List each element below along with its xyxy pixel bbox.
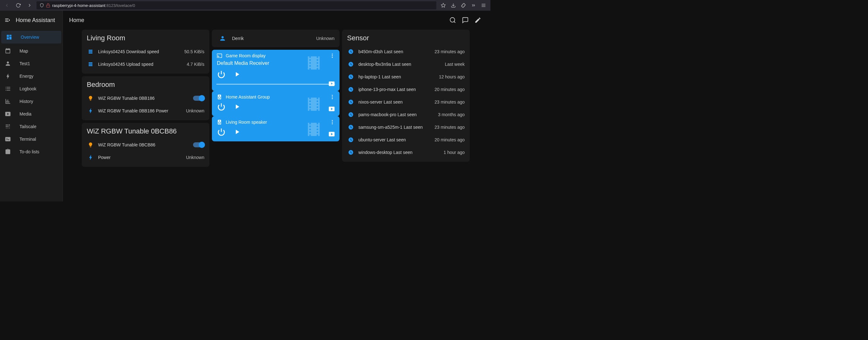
download-button[interactable] <box>449 1 458 10</box>
back-button[interactable] <box>2 1 11 10</box>
sidebar-item-label: History <box>20 99 33 104</box>
flash-icon <box>87 154 94 161</box>
bulb-icon <box>87 95 94 101</box>
sensor-row[interactable]: nixos-server Last seen23 minutes ago <box>347 96 465 108</box>
flash-icon <box>4 73 11 79</box>
sidebar-item-tailscale[interactable]: Tailscale <box>0 120 63 133</box>
power-button[interactable] <box>216 69 226 79</box>
sensor-row[interactable]: iphone-13-pro-max Last seen20 minutes ag… <box>347 83 465 96</box>
entity-value: Unknown <box>186 155 204 160</box>
card-title: Living Room <box>87 34 204 42</box>
sidebar-item-label: Map <box>20 49 28 54</box>
sidebar-item-label: Logbook <box>20 86 36 91</box>
sidebar-item-to-do-lists[interactable]: To-do lists <box>0 145 63 158</box>
sidebar-item-test1[interactable]: Test1 <box>0 57 63 70</box>
person-card[interactable]: Derrik Unknown <box>212 30 340 47</box>
sensor-row[interactable]: windows-desktop Last seen1 hour ago <box>347 146 465 159</box>
card-title: Sensor <box>347 34 465 42</box>
power-button[interactable] <box>216 127 226 137</box>
sensor-label: nixos-server Last seen <box>359 100 431 105</box>
clock-icon <box>347 49 354 54</box>
clock-icon <box>347 137 354 143</box>
person-icon <box>4 60 11 67</box>
entity-row[interactable]: WiZ RGBW Tunable 0BCB86 <box>87 139 204 151</box>
sensor-label: ubuntu-server Last seen <box>359 137 431 142</box>
assist-button[interactable] <box>459 14 471 26</box>
toggle-switch[interactable] <box>193 142 204 147</box>
chart-icon <box>4 98 11 105</box>
media-menu-button[interactable] <box>330 53 335 59</box>
media-browse-button[interactable] <box>328 131 335 138</box>
sidebar: Home Assistant OverviewMapTest1EnergyLog… <box>0 11 63 201</box>
entity-row[interactable]: PowerUnknown <box>87 151 204 164</box>
play-button[interactable] <box>232 69 242 79</box>
sensor-value: 23 minutes ago <box>434 100 465 105</box>
bulb-icon <box>87 142 94 148</box>
sensor-value: Last week <box>445 62 465 67</box>
sensor-label: windows-desktop Last seen <box>359 150 440 155</box>
sidebar-item-overview[interactable]: Overview <box>1 31 61 44</box>
person-icon <box>217 33 228 44</box>
url-text: raspberrypi-4-home-assistant:8123/lovela… <box>52 3 135 8</box>
server-icon <box>87 49 94 54</box>
play-button[interactable] <box>232 102 242 112</box>
media-browse-button[interactable] <box>328 80 335 87</box>
sensor-row[interactable]: samsung-sm-a525m-1 Last seen23 minutes a… <box>347 121 465 134</box>
forward-button[interactable] <box>25 1 34 10</box>
sensor-label: hp-laptop-1 Last seen <box>359 74 435 79</box>
url-bar[interactable]: raspberrypi-4-home-assistant:8123/lovela… <box>36 1 436 9</box>
sensor-row[interactable]: hp-laptop-1 Last seen12 hours ago <box>347 70 465 83</box>
entity-value: 4.7 KiB/s <box>187 62 204 67</box>
list-icon <box>4 86 11 92</box>
power-button[interactable] <box>216 102 226 112</box>
sidebar-item-terminal[interactable]: Terminal <box>0 133 63 145</box>
media-player-card: Living Room speaker <box>212 116 340 141</box>
sidebar-item-label: Energy <box>20 74 33 79</box>
menu-button[interactable] <box>479 1 488 10</box>
entity-row[interactable]: Linksys04245 Download speed50.5 KiB/s <box>87 45 204 58</box>
clock-icon <box>347 99 354 105</box>
sensor-value: 1 hour ago <box>443 150 465 155</box>
entity-row[interactable]: WiZ RGBW Tunable 0BB186 <box>87 92 204 105</box>
svg-rect-0 <box>46 5 50 7</box>
entity-label: WiZ RGBW Tunable 0BB186 Power <box>98 108 182 113</box>
sensor-row[interactable]: ubuntu-server Last seen20 minutes ago <box>347 134 465 146</box>
sensor-value: 23 minutes ago <box>434 49 465 54</box>
svg-point-31 <box>332 122 333 123</box>
reload-button[interactable] <box>14 1 23 10</box>
svg-point-27 <box>332 98 333 99</box>
sensor-row[interactable]: pams-macbook-pro Last seen3 months ago <box>347 108 465 121</box>
svg-point-25 <box>332 95 333 96</box>
speaker-icon <box>216 94 223 100</box>
entity-label: Linksys04245 Download speed <box>98 49 181 54</box>
svg-point-19 <box>312 61 316 65</box>
sidebar-item-logbook[interactable]: Logbook <box>0 83 63 95</box>
svg-point-7 <box>7 124 8 125</box>
svg-point-10 <box>7 126 8 127</box>
play-button[interactable] <box>232 127 242 137</box>
toggle-switch[interactable] <box>193 96 204 101</box>
media-menu-button[interactable] <box>330 94 335 100</box>
extensions-button[interactable] <box>459 1 468 10</box>
sidebar-item-energy[interactable]: Energy <box>0 70 63 83</box>
media-menu-button[interactable] <box>330 119 335 125</box>
tailscale-icon <box>4 123 11 130</box>
entity-label: WiZ RGBW Tunable 0BB186 <box>98 96 189 101</box>
overflow-button[interactable] <box>469 1 478 10</box>
sensor-row[interactable]: desktop-fbv3n9a Last seenLast week <box>347 58 465 70</box>
sensor-label: iphone-13-pro-max Last seen <box>359 87 431 92</box>
entity-value: Unknown <box>186 108 204 113</box>
edit-button[interactable] <box>471 14 484 26</box>
sidebar-item-history[interactable]: History <box>0 95 63 108</box>
media-browse-button[interactable] <box>328 106 335 112</box>
bookmark-button[interactable] <box>439 1 448 10</box>
sensor-value: 3 months ago <box>438 112 465 117</box>
entity-row[interactable]: Linksys04245 Upload speed4.7 KiB/s <box>87 58 204 70</box>
sidebar-item-media[interactable]: Media <box>0 108 63 120</box>
media-progress[interactable] <box>216 84 335 85</box>
sensor-row[interactable]: b450m-d3sh Last seen23 minutes ago <box>347 45 465 58</box>
entity-row[interactable]: WiZ RGBW Tunable 0BB186 PowerUnknown <box>87 105 204 117</box>
search-button[interactable] <box>446 14 459 26</box>
menu-toggle-icon[interactable] <box>4 17 11 23</box>
sidebar-item-map[interactable]: Map <box>0 45 63 57</box>
